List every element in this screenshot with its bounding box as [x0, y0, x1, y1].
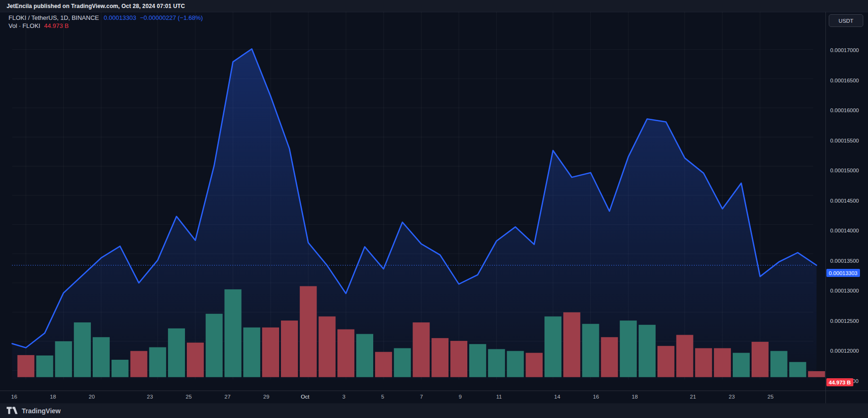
time-axis-label: 25 [178, 394, 199, 400]
volume-bar [563, 312, 580, 377]
currency-button[interactable]: USDT [829, 14, 863, 27]
volume-bar [413, 322, 430, 377]
time-axis-label: 7 [411, 394, 432, 400]
legend-last-price: 0.00013303 [104, 14, 136, 21]
time-axis-label: 23 [140, 394, 160, 400]
price-axis-label: 0.00017000 [830, 47, 859, 53]
volume-bar [149, 347, 166, 377]
volume-bar [639, 325, 656, 377]
volume-bar [337, 329, 354, 377]
volume-bar [18, 355, 35, 377]
volume-bar [281, 320, 298, 377]
price-axis-label: 0.00012000 [830, 348, 859, 354]
legend-volume-value: 44.973 B [44, 22, 69, 29]
volume-bar [714, 348, 731, 377]
time-axis-label: 21 [683, 394, 703, 400]
time-axis-label: 20 [81, 394, 102, 400]
volume-study-title[interactable]: Vol · FLOKI [9, 22, 40, 29]
volume-bar [168, 329, 185, 377]
price-axis[interactable]: USDT 0.000115000.000120000.000125000.000… [825, 12, 868, 403]
tradingview-logo-icon[interactable] [7, 407, 18, 415]
price-axis-label: 0.00015000 [830, 168, 859, 173]
volume-bar [469, 344, 486, 377]
last-price-badge: 0.00013303 [826, 269, 860, 277]
volume-bar [544, 316, 561, 377]
time-axis-label: 16 [586, 394, 606, 400]
volume-bar [526, 353, 543, 377]
volume-bar [808, 371, 825, 377]
price-axis-label: 0.00016500 [830, 78, 859, 83]
tradingview-snapshot: JetEncila published on TradingView.com, … [0, 0, 868, 418]
time-axis-label: 5 [372, 394, 393, 400]
volume-bar [676, 335, 693, 377]
volume-bar [131, 351, 148, 377]
legend-change: −0.00000227 (−1.68%) [140, 14, 203, 21]
brand-bar: TradingView [0, 403, 868, 418]
volume-bar [752, 342, 769, 377]
volume-bar [375, 352, 392, 377]
time-axis-label: Oct [295, 394, 316, 400]
published-text: JetEncila published on TradingView.com, … [7, 3, 185, 9]
volume-bar [112, 360, 129, 377]
volume-bar [620, 320, 637, 377]
price-axis-label: 0.00014500 [830, 198, 859, 204]
volume-bar [771, 351, 788, 377]
time-axis-label: 18 [624, 394, 645, 400]
volume-bar [319, 316, 336, 377]
time-axis-label: 25 [760, 394, 781, 400]
published-bar: JetEncila published on TradingView.com, … [0, 0, 868, 12]
price-chart-pane[interactable] [0, 12, 825, 403]
price-axis-label: 0.00013500 [830, 258, 859, 264]
volume-bar [300, 286, 317, 377]
time-axis-label: 27 [217, 394, 238, 400]
volume-bar [93, 337, 110, 377]
time-axis-label: 16 [4, 394, 25, 400]
time-axis-label: 11 [489, 394, 509, 400]
time-axis-label: 14 [547, 394, 568, 400]
volume-badge: 44.973 B [826, 378, 853, 386]
price-axis-label: 0.00014000 [830, 228, 859, 233]
volume-bar [206, 314, 223, 377]
volume-bar [36, 356, 53, 377]
volume-bar [450, 341, 467, 377]
volume-bar [582, 324, 599, 377]
volume-bar [55, 341, 72, 377]
volume-bar [789, 362, 806, 377]
volume-bar [431, 338, 448, 377]
price-axis-label: 0.00012500 [830, 318, 859, 324]
volume-bar [733, 353, 750, 377]
time-axis-label: 23 [721, 394, 742, 400]
volume-bar [356, 334, 373, 377]
time-axis-label: 29 [256, 394, 277, 400]
tradingview-wordmark[interactable]: TradingView [22, 407, 61, 415]
volume-bar [74, 322, 91, 377]
volume-bar [488, 349, 505, 377]
time-axis-label: 9 [450, 394, 471, 400]
volume-bar [394, 348, 411, 377]
volume-bar [225, 289, 242, 377]
time-axis-label: 18 [43, 394, 63, 400]
volume-bar [187, 343, 204, 377]
time-axis-label: 3 [333, 394, 354, 400]
price-axis-label: 0.00016000 [830, 107, 859, 113]
volume-bar [262, 328, 279, 377]
volume-bar [601, 337, 618, 377]
volume-bar [507, 351, 524, 377]
chart-legend: FLOKI / TetherUS, 1D, BINANCE0.00013303−… [9, 14, 203, 30]
symbol-title[interactable]: FLOKI / TetherUS, 1D, BINANCE [9, 14, 99, 21]
volume-bar [658, 346, 675, 377]
price-axis-label: 0.00015500 [830, 138, 859, 143]
time-axis[interactable]: 16182023252729Oct357911141618212325 [0, 391, 868, 403]
price-axis-label: 0.00013000 [830, 288, 859, 293]
volume-bar [243, 328, 260, 377]
volume-bar [695, 348, 712, 377]
